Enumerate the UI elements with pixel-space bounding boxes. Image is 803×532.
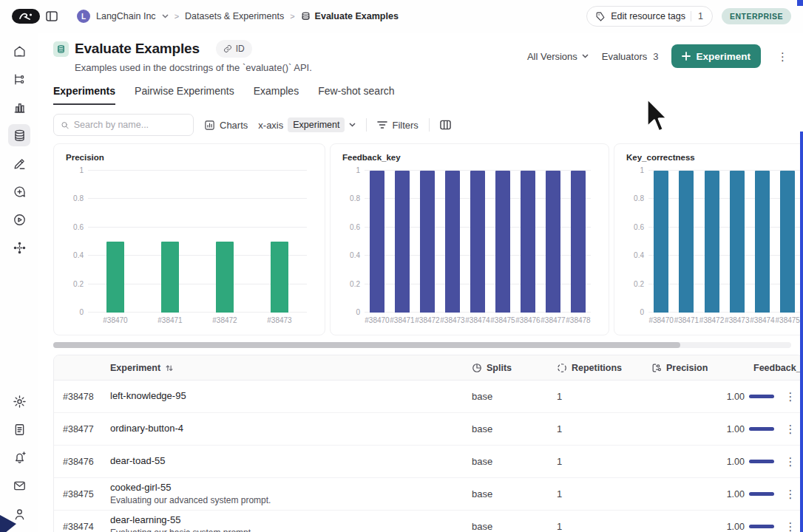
bar[interactable] xyxy=(546,171,560,313)
y-axis-tick: 0.4 xyxy=(625,251,644,259)
bar[interactable] xyxy=(495,171,510,313)
bar[interactable] xyxy=(730,171,745,313)
xaxis-select[interactable]: x-axis Experiment xyxy=(258,117,356,132)
breadcrumb-separator: > xyxy=(290,12,294,21)
experiment-id[interactable]: #38475 xyxy=(54,489,101,499)
bar[interactable] xyxy=(161,242,179,313)
horizontal-scrollbar[interactable] xyxy=(53,342,791,348)
tab-examples[interactable]: Examples xyxy=(254,85,299,105)
filters-label: Filters xyxy=(392,120,418,131)
breadcrumb-org[interactable]: LangChain Inc xyxy=(96,11,156,21)
column-repetitions[interactable]: Repetitions xyxy=(557,363,651,373)
langsmith-logo[interactable] xyxy=(12,9,40,24)
pie-icon xyxy=(472,363,482,373)
bar[interactable] xyxy=(755,171,770,313)
page-menu-button[interactable]: ⋮ xyxy=(774,50,791,64)
breadcrumb-section[interactable]: Datasets & Experiments xyxy=(185,11,284,21)
scrollbar-thumb[interactable] xyxy=(53,342,680,348)
topbar: L LangChain Inc > Datasets & Experiments… xyxy=(0,0,803,33)
bar[interactable] xyxy=(395,171,410,313)
notifications-icon[interactable] xyxy=(8,446,30,468)
evaluators-button[interactable]: Evaluators 3 xyxy=(602,51,659,62)
chart-feedback-key[interactable]: Feedback_key 00.20.40.60.81 #38470#38471… xyxy=(330,143,609,335)
datasets-icon[interactable] xyxy=(8,124,30,146)
table-row[interactable]: #38474 dear-learning-55 Evaluating our b… xyxy=(54,511,802,532)
experiment-name[interactable]: ordinary-button-4 xyxy=(110,423,472,434)
table-row[interactable]: #38478 left-knowledge-95 base 1 1.00 ⋮ xyxy=(54,381,802,413)
tab-bar: Experiments Pairwise Experiments Example… xyxy=(38,73,803,105)
bar[interactable] xyxy=(521,171,535,313)
deployments-icon[interactable] xyxy=(8,236,30,259)
org-avatar[interactable]: L xyxy=(77,10,90,23)
tab-few-shot-search[interactable]: Few-shot search xyxy=(318,85,394,105)
charts-button[interactable]: Charts xyxy=(204,120,248,131)
tracing-projects-icon[interactable] xyxy=(8,68,30,90)
home-icon[interactable] xyxy=(8,40,30,62)
playground-icon[interactable] xyxy=(8,208,30,231)
repetitions-value: 1 xyxy=(557,521,651,532)
columns-button[interactable] xyxy=(440,120,451,130)
versions-dropdown[interactable]: All Versions xyxy=(527,51,589,62)
breadcrumb: L LangChain Inc > Datasets & Experiments… xyxy=(77,10,399,23)
experiment-icon xyxy=(651,363,662,373)
column-experiment[interactable]: Experiment xyxy=(101,363,472,373)
docs-icon[interactable] xyxy=(8,418,30,440)
bar[interactable] xyxy=(106,242,124,313)
experiment-name[interactable]: dear-toad-55 xyxy=(110,455,472,467)
annotation-icon[interactable] xyxy=(8,152,30,174)
bar[interactable] xyxy=(571,171,586,313)
chart-precision[interactable]: Precision 00.20.40.60.81 #38470#38471#38… xyxy=(53,143,325,335)
table-row[interactable]: #38476 dear-toad-55 base 1 1.00 ⋮ xyxy=(54,446,802,478)
x-axis-tick: #38473 xyxy=(440,316,465,324)
tab-experiments[interactable]: Experiments xyxy=(53,85,115,105)
charts-row: Precision 00.20.40.60.81 #38470#38471#38… xyxy=(38,136,803,335)
row-menu-button[interactable]: ⋮ xyxy=(782,389,799,404)
column-precision[interactable]: Precision xyxy=(651,363,719,373)
row-menu-button[interactable]: ⋮ xyxy=(782,454,799,469)
bar[interactable] xyxy=(445,171,460,313)
experiment-name[interactable]: dear-learning-55 xyxy=(110,514,472,526)
table-row[interactable]: #38477 ordinary-button-4 base 1 1.00 ⋮ xyxy=(54,413,802,446)
search-input[interactable] xyxy=(74,120,186,130)
experiment-name[interactable]: left-knowledge-95 xyxy=(110,390,472,402)
versions-label: All Versions xyxy=(527,51,577,62)
sort-icon[interactable] xyxy=(165,364,174,372)
breadcrumb-page[interactable]: Evaluate Examples xyxy=(315,11,399,21)
tab-pairwise-experiments[interactable]: Pairwise Experiments xyxy=(135,85,234,105)
bar[interactable] xyxy=(780,171,795,313)
prompts-icon[interactable] xyxy=(8,180,30,202)
edit-resource-tags-button[interactable]: Edit resource tags 1 xyxy=(586,6,713,27)
experiment-name[interactable]: cooked-girl-55 xyxy=(110,482,472,494)
bar[interactable] xyxy=(370,171,384,313)
y-axis-tick: 0.6 xyxy=(341,223,360,231)
row-menu-button[interactable]: ⋮ xyxy=(782,486,799,502)
settings-icon[interactable] xyxy=(8,390,30,412)
column-splits[interactable]: Splits xyxy=(472,363,557,373)
monitoring-icon[interactable] xyxy=(8,96,30,118)
experiment-id[interactable]: #38474 xyxy=(54,522,101,532)
new-experiment-button[interactable]: Experiment xyxy=(671,44,761,68)
bar[interactable] xyxy=(654,171,668,313)
row-menu-button[interactable]: ⋮ xyxy=(782,421,799,437)
row-menu-button[interactable]: ⋮ xyxy=(782,519,799,532)
screen-edge-artifact xyxy=(800,132,803,532)
column-feedback[interactable]: Feedback_key xyxy=(719,363,803,373)
table-row[interactable]: #38475 cooked-girl-55 Evaluating our adv… xyxy=(54,478,802,511)
copy-id-button[interactable]: ID xyxy=(216,40,252,58)
chart-title: Feedback_key xyxy=(342,153,597,162)
y-axis-tick: 1 xyxy=(341,166,360,174)
bar[interactable] xyxy=(470,171,485,313)
filters-button[interactable]: Filters xyxy=(377,120,418,131)
bar[interactable] xyxy=(420,171,435,313)
mail-icon[interactable] xyxy=(8,474,30,497)
experiment-id[interactable]: #38477 xyxy=(54,424,101,434)
sidebar-toggle-icon[interactable] xyxy=(46,11,58,21)
bar[interactable] xyxy=(216,242,234,313)
chevron-down-icon[interactable] xyxy=(162,14,169,18)
experiment-id[interactable]: #38478 xyxy=(54,392,101,402)
bar[interactable] xyxy=(679,171,694,313)
experiment-id[interactable]: #38476 xyxy=(54,457,101,467)
chart-key-correctness[interactable]: Key_correctness 00.20.40.60.81 #38470#38… xyxy=(614,143,803,335)
bar[interactable] xyxy=(271,242,288,313)
bar[interactable] xyxy=(705,171,719,313)
